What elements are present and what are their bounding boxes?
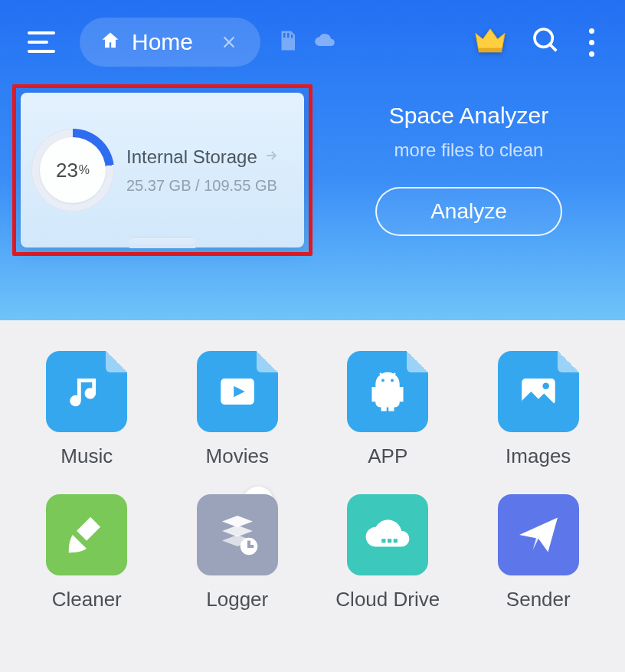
analyzer-title: Space Analyzer xyxy=(389,103,548,129)
svg-point-8 xyxy=(70,543,72,546)
tile-label: Sender xyxy=(506,588,571,611)
hero-body: 23% Internal Storage 25.37 GB / 109.55 G… xyxy=(0,84,625,256)
svg-point-3 xyxy=(381,379,384,382)
svg-point-6 xyxy=(542,382,549,389)
analyzer-subtitle: more files to clean xyxy=(394,139,544,161)
tile-label: Music xyxy=(61,444,113,468)
tile-movies[interactable]: Movies xyxy=(197,351,278,468)
analyze-button[interactable]: Analyze xyxy=(375,187,562,236)
tile-sender[interactable]: Sender xyxy=(498,494,579,611)
storage-usage-gauge: 23% xyxy=(31,129,114,211)
search-button[interactable] xyxy=(531,25,561,59)
tile-app[interactable]: APP xyxy=(347,351,428,468)
top-right-actions xyxy=(473,24,610,61)
tile-label: Cleaner xyxy=(52,588,122,611)
internal-storage-card[interactable]: 23% Internal Storage 25.37 GB / 109.55 G… xyxy=(21,93,304,247)
crown-icon[interactable] xyxy=(473,25,508,59)
home-icon xyxy=(100,30,121,54)
sender-icon xyxy=(498,494,579,575)
top-bar: Home xyxy=(0,0,625,84)
storage-percent-value: 23 xyxy=(56,159,78,182)
tile-images[interactable]: Images xyxy=(498,351,579,468)
svg-point-7 xyxy=(74,547,77,550)
tile-label: Cloud Drive xyxy=(335,588,440,611)
logger-icon xyxy=(197,494,278,575)
overflow-menu-button[interactable] xyxy=(584,24,599,61)
tile-label: Movies xyxy=(206,444,269,468)
svg-rect-0 xyxy=(479,48,502,53)
cloud-icon[interactable] xyxy=(314,30,335,54)
tab-home-label: Home xyxy=(132,29,193,55)
space-analyzer-panel: Space Analyzer more files to clean Analy… xyxy=(335,84,602,256)
svg-rect-12 xyxy=(394,539,398,543)
cloud-drive-icon xyxy=(347,494,428,575)
sd-card-icon[interactable] xyxy=(276,29,299,55)
tab-home[interactable]: Home xyxy=(80,18,260,67)
tile-label: APP xyxy=(368,444,407,468)
tile-label: Images xyxy=(506,444,571,468)
storage-used-total: 25.37 GB / 109.55 GB xyxy=(126,177,293,195)
svg-point-4 xyxy=(391,379,394,382)
tile-cloud-drive[interactable]: Cloud Drive xyxy=(335,494,440,611)
hero-panel: Home xyxy=(0,0,625,320)
cleaner-icon xyxy=(46,494,127,575)
menu-button[interactable] xyxy=(25,27,58,57)
storage-percent-unit: % xyxy=(79,163,90,177)
close-tab-button[interactable] xyxy=(214,31,244,54)
svg-rect-10 xyxy=(381,539,385,543)
svg-rect-11 xyxy=(388,539,391,543)
tile-label: Logger xyxy=(206,588,268,611)
tile-logger[interactable]: 90 Logger xyxy=(197,494,278,611)
storage-highlight-frame: 23% Internal Storage 25.37 GB / 109.55 G… xyxy=(12,84,312,256)
analyze-button-label: Analyze xyxy=(430,199,507,223)
svg-point-1 xyxy=(535,29,552,47)
images-icon xyxy=(498,351,579,432)
category-grid: Music Movies APP Images Cleaner 90 xyxy=(0,320,625,611)
android-icon xyxy=(347,351,428,432)
tile-music[interactable]: Music xyxy=(46,351,127,468)
tile-cleaner[interactable]: Cleaner xyxy=(46,494,127,611)
music-icon xyxy=(46,351,127,432)
arrow-right-icon xyxy=(263,148,279,166)
storage-title: Internal Storage xyxy=(126,146,257,168)
movies-icon xyxy=(197,351,278,432)
